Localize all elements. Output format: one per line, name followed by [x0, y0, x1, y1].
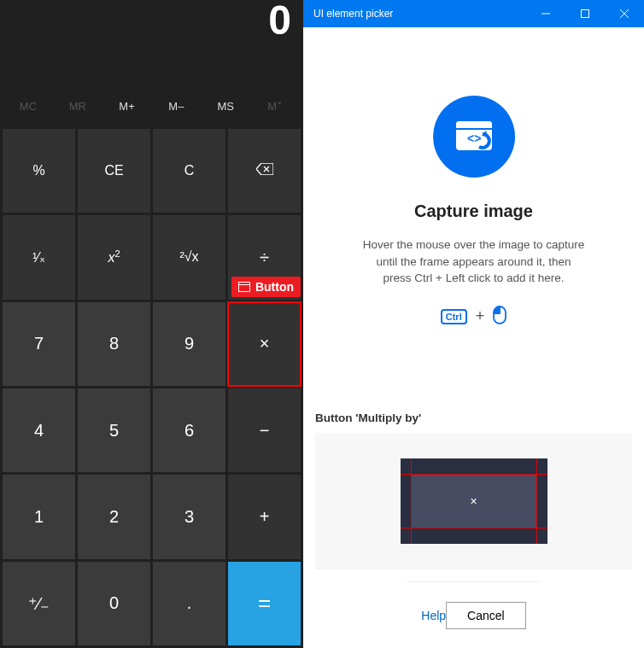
minimize-icon	[542, 9, 550, 18]
svg-rect-5	[456, 121, 492, 128]
digit-8-button[interactable]: 8	[78, 302, 150, 386]
memory-subtract[interactable]: M–	[151, 100, 201, 113]
multiply-label: ×	[260, 334, 270, 353]
backspace-icon	[256, 163, 273, 178]
add-button[interactable]: +	[228, 475, 301, 558]
negate-button[interactable]: ⁺⁄₋	[3, 562, 75, 645]
close-icon	[620, 9, 629, 18]
captured-section: Button 'Multiply by' ×	[303, 412, 644, 569]
clear-button[interactable]: C	[153, 129, 225, 213]
memory-clear: MC	[3, 100, 53, 113]
svg-rect-6	[456, 128, 492, 130]
mouse-icon	[493, 306, 506, 328]
minimize-button[interactable]	[526, 0, 565, 27]
svg-text:<>: <>	[467, 131, 481, 145]
memory-recall: MR	[53, 100, 102, 113]
plus-icon: +	[476, 307, 485, 325]
capture-description: Hover the mouse over the image to captur…	[363, 236, 585, 287]
calculator-window: 0 MC MR M+ M– MS M˅ % CE C ¹⁄ₓ x2 ²√x ÷ …	[0, 0, 303, 648]
captured-thumbnail: ×	[401, 458, 547, 544]
sqrt-button[interactable]: ²√x	[153, 215, 225, 299]
picker-body: <> Capture image Hover the mouse over th…	[303, 27, 644, 648]
close-button[interactable]	[605, 0, 644, 27]
reciprocal-button[interactable]: ¹⁄ₓ	[3, 215, 75, 299]
captured-thumbnail-box: ×	[315, 433, 632, 569]
memory-bar: MC MR M+ M– MS M˅	[0, 85, 303, 126]
digit-9-button[interactable]: 9	[153, 302, 225, 386]
digit-5-button[interactable]: 5	[78, 388, 150, 472]
titlebar: UI element picker	[303, 0, 644, 27]
digit-7-button[interactable]: 7	[3, 302, 75, 386]
picker-highlight-label: Button	[231, 277, 301, 297]
clear-entry-button[interactable]: CE	[78, 129, 150, 213]
svg-rect-3	[582, 10, 589, 18]
square-button[interactable]: x2	[78, 215, 150, 299]
square-label: x2	[108, 248, 120, 266]
backspace-button[interactable]	[228, 129, 301, 213]
calc-display: 0	[0, 0, 303, 85]
picker-window: UI element picker <> Capture image Hover…	[303, 0, 644, 648]
maximize-button[interactable]	[565, 0, 605, 27]
window-icon	[238, 282, 250, 292]
digit-0-button[interactable]: 0	[78, 562, 150, 645]
memory-add[interactable]: M+	[102, 100, 152, 113]
digit-2-button[interactable]: 2	[78, 475, 150, 558]
memory-store[interactable]: MS	[201, 100, 250, 113]
captured-element-label: Button 'Multiply by'	[315, 412, 632, 424]
svg-rect-0	[238, 282, 249, 291]
digit-4-button[interactable]: 4	[3, 388, 75, 472]
digit-3-button[interactable]: 3	[153, 475, 225, 558]
capture-image-icon: <>	[433, 96, 515, 178]
multiply-button[interactable]: Button ×	[228, 302, 301, 386]
subtract-button[interactable]: −	[228, 388, 301, 472]
digit-6-button[interactable]: 6	[153, 388, 225, 472]
digit-1-button[interactable]: 1	[3, 475, 75, 558]
picker-footer: Help Cancel	[407, 581, 539, 648]
ctrl-key-icon: Ctrl	[441, 309, 467, 324]
memory-list: M˅	[250, 100, 300, 113]
decimal-button[interactable]: .	[153, 562, 225, 645]
percent-button[interactable]: %	[3, 129, 75, 213]
shortcut-hint: Ctrl +	[441, 306, 506, 328]
equals-button[interactable]: =	[228, 562, 301, 645]
thumb-multiply-icon: ×	[470, 494, 477, 508]
window-title: UI element picker	[313, 8, 393, 20]
maximize-icon	[581, 9, 589, 18]
calc-keypad: % CE C ¹⁄ₓ x2 ²√x ÷ 7 8 9 Button × 4 5 6…	[0, 126, 303, 648]
cancel-button[interactable]: Cancel	[446, 602, 526, 629]
capture-heading: Capture image	[414, 201, 533, 221]
help-link[interactable]: Help	[421, 609, 446, 622]
